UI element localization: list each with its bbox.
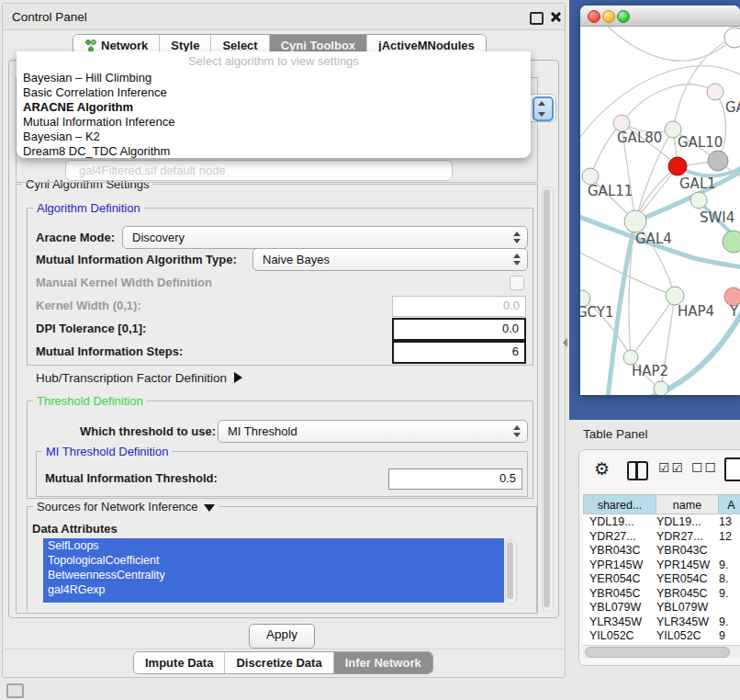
network-node-gray-node[interactable] [708, 151, 728, 171]
mi-threshold-field[interactable]: 0.5 [388, 469, 522, 490]
network-edge[interactable] [631, 296, 675, 357]
column-header-shared[interactable]: shared... [583, 494, 656, 514]
close-icon[interactable] [550, 11, 562, 23]
attributes-scrollbar[interactable] [505, 539, 517, 604]
algorithm-option-mutual-information-inference[interactable]: Mutual Information Inference [17, 115, 531, 130]
hub-section-toggle[interactable]: Hub/Transcription Factor Definition [36, 371, 242, 385]
column-header-name[interactable]: name [656, 494, 719, 514]
bottom-tab-label: Discretize Data [236, 656, 321, 670]
algorithm-option-dream8-dc-tdc-algorithm[interactable]: Dream8 DC_TDC Algorithm [17, 144, 531, 158]
unchecked-columns-icon[interactable]: ☐☐ [691, 460, 718, 475]
data-attributes-list[interactable]: SelfLoopsTopologicalCoefficientBetweenne… [43, 538, 504, 604]
aracne-mode-combobox[interactable]: Discovery [122, 226, 528, 249]
combo-spinner-icon[interactable] [533, 96, 554, 121]
table-row[interactable]: YIL052CYIL052C9 [583, 628, 740, 643]
network-node-gal-cut[interactable] [707, 84, 723, 100]
node-label-swi4: SWI4 [700, 209, 734, 226]
bottom-tab-impute-data[interactable]: Impute Data [134, 652, 225, 673]
mi-threshold-label: Mutual Information Threshold: [45, 471, 218, 485]
table-row[interactable]: YDR27...YDR27...12 [583, 529, 740, 544]
bottom-tab-label: Infer Network [345, 656, 421, 670]
table-row[interactable]: YBL079WYBL079W [583, 600, 740, 615]
collapsed-arrow-icon[interactable] [234, 372, 242, 383]
network-edge[interactable] [608, 27, 734, 61]
manual-kernel-width-checkbox[interactable] [510, 276, 524, 290]
kernel-width-field[interactable]: 0.0 [392, 296, 526, 317]
mi-algorithm-type-combobox[interactable]: Naive Bayes [252, 248, 528, 271]
checked-columns-icon[interactable]: ☑☑ [658, 460, 685, 475]
network-view-window[interactable]: GALGAL80GAL10GAL1GAL11SWI4GAL4GCY1HAP4YH… [580, 6, 740, 395]
table-row[interactable]: YPR145WYPR145W9. [583, 558, 740, 572]
dpi-tolerance-label: DPI Tolerance [0,1]: [36, 322, 146, 335]
algorithm-option-basic-correlation-inference[interactable]: Basic Correlation Inference [17, 85, 531, 100]
attribute-item-gal4rgexp[interactable]: gal4RGexp [43, 582, 504, 597]
table-cell: YPR145W [583, 558, 656, 572]
node-label-hap4: HAP4 [678, 303, 714, 320]
expanded-arrow-icon[interactable] [204, 504, 215, 512]
table-scrollbar-thumb[interactable] [585, 647, 730, 658]
algorithm-option-bayesian-k2[interactable]: Bayesian – K2 [17, 130, 531, 144]
network-table-combobox[interactable]: gal4Filtered.sif default node [65, 160, 453, 181]
gear-icon[interactable]: ⚙ [594, 458, 610, 480]
network-node-green-right[interactable] [723, 231, 740, 253]
float-icon[interactable] [530, 12, 544, 25]
network-edge[interactable] [580, 66, 740, 137]
network-window-titlebar[interactable] [580, 6, 740, 27]
tab-label: Style [171, 39, 199, 52]
panel-grip-icon[interactable] [6, 683, 24, 698]
attribute-item-betweennesscentrality[interactable]: BetweennessCentrality [43, 568, 504, 582]
zoom-light[interactable] [617, 10, 630, 23]
bottom-tab-infer-network[interactable]: Infer Network [334, 652, 432, 673]
algorithm-option-bayesian-hill-climbing[interactable]: Bayesian – Hill Climbing [17, 71, 531, 85]
network-node-gal1[interactable] [668, 157, 687, 175]
attribute-item-selfloops[interactable]: SelfLoops [43, 538, 504, 553]
bottom-tab-discretize-data[interactable]: Discretize Data [225, 652, 333, 673]
which-threshold-combobox[interactable]: MI Threshold [218, 420, 528, 443]
table-row[interactable]: YBR043CYBR043C [583, 543, 740, 558]
algorithm-dropdown-items: Bayesian – Hill ClimbingBasic Correlatio… [17, 71, 531, 158]
table-row[interactable]: YER054CYER054C8. [583, 571, 740, 586]
algorithm-dropdown-placeholder: Select algorithm to view settings [17, 51, 531, 71]
attributes-scrollbar-thumb[interactable] [507, 542, 513, 599]
apply-button[interactable]: Apply [249, 624, 315, 649]
page-icon[interactable] [724, 457, 740, 481]
settings-scrollbar[interactable] [542, 186, 554, 612]
network-node-swi4[interactable] [690, 192, 707, 209]
table-cell: 12 [719, 529, 740, 544]
network-node-node-bottom[interactable] [654, 381, 668, 395]
sources-toggle[interactable]: Sources for Network Inference [33, 500, 219, 514]
table-row[interactable]: YLR345WYLR345W9. [583, 615, 740, 629]
bottom-tab-label: Impute Data [145, 656, 213, 670]
table-cell: YPR145W [656, 558, 719, 572]
close-light[interactable] [588, 10, 600, 23]
table-cell: YER054C [583, 571, 656, 586]
algorithm-dropdown-popup: Select algorithm to view settings Bayesi… [17, 51, 531, 158]
attribute-item-topologicalcoefficient[interactable]: TopologicalCoefficient [43, 553, 504, 568]
settings-scrollbar-thumb[interactable] [544, 189, 550, 607]
table-row[interactable]: YDL19...YDL19...13 [583, 514, 740, 529]
node-label-gcy1: GCY1 [580, 304, 614, 321]
attribute-item-clipped[interactable] [43, 597, 504, 603]
algorithm-option-aracne-algorithm[interactable]: ARACNE Algorithm [17, 100, 531, 115]
table-cell: YLR345W [583, 615, 656, 629]
table-horizontal-scrollbar[interactable] [583, 645, 740, 658]
minimize-light[interactable] [602, 10, 615, 23]
table-row[interactable]: YBR045CYBR045C9. [583, 586, 740, 601]
split-columns-icon[interactable] [627, 461, 648, 480]
table-cell: YDR27... [583, 529, 656, 544]
table-cell: YBL079W [656, 600, 719, 615]
network-canvas[interactable]: GALGAL80GAL10GAL1GAL11SWI4GAL4GCY1HAP4YH… [580, 27, 740, 395]
threshold-definition-title: Threshold Definition [33, 394, 147, 408]
splitter-handle-icon[interactable] [563, 338, 567, 347]
network-edge[interactable] [622, 85, 715, 123]
sources-title: Sources for Network Inference [37, 500, 198, 514]
column-header-a[interactable]: A [719, 494, 740, 514]
table-cell: 9. [719, 615, 740, 629]
dpi-tolerance-field[interactable]: 0.0 [392, 318, 526, 341]
tab-label: Cyni Toolbox [281, 39, 355, 52]
mi-steps-field[interactable]: 6 [392, 341, 526, 364]
network-node-gal4[interactable] [624, 210, 646, 232]
network-node-node-top[interactable] [724, 28, 740, 48]
network-node-hap4[interactable] [666, 287, 684, 305]
kernel-width-label: Kernel Width (0,1): [36, 299, 141, 312]
